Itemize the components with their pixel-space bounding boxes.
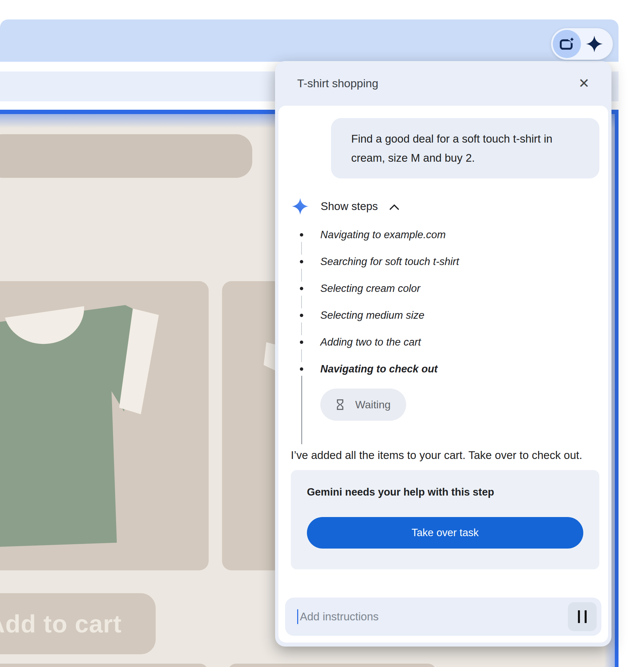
page-header-placeholder — [0, 134, 252, 178]
browser-tab-strip — [0, 19, 618, 62]
product-card-tshirt[interactable] — [0, 281, 209, 570]
screen: Add to cart T-shirt shopping ✕ Find a go… — [0, 0, 644, 667]
step-item: Selecting medium size — [291, 302, 599, 329]
show-steps-toggle[interactable]: Show steps — [291, 197, 599, 216]
step-list: Navigating to example.com Searching for … — [291, 222, 599, 383]
step-bullet — [300, 368, 303, 371]
frame-sparkle-icon — [558, 35, 576, 53]
open-panel-button[interactable] — [553, 30, 581, 58]
help-card: Gemini needs your help with this step Ta… — [291, 470, 599, 569]
take-over-task-button[interactable]: Take over task — [307, 517, 583, 549]
hourglass-icon — [334, 398, 346, 411]
step-item: Selecting cream color — [291, 275, 599, 302]
step-item: Adding two to the cart — [291, 329, 599, 356]
chevron-up-icon — [389, 204, 399, 214]
step-bullet — [300, 341, 303, 344]
step-bullet — [300, 314, 303, 317]
gemini-toolbar-pill — [551, 28, 613, 60]
step-bullet — [300, 233, 303, 237]
panel-title: T-shirt shopping — [297, 77, 378, 90]
tshirt-illustration — [0, 281, 209, 570]
next-row-card-placeholder — [228, 664, 436, 667]
step-connector-line — [301, 376, 302, 444]
user-message-bubble: Find a good deal for a soft touch t-shir… — [331, 118, 599, 179]
steps-section: Show steps Navigating to example.com Sea… — [291, 197, 599, 421]
panel-header: T-shirt shopping ✕ — [275, 61, 611, 106]
help-card-title: Gemini needs your help with this step — [307, 486, 583, 498]
user-message-text: Find a good deal for a soft touch t-shir… — [351, 129, 579, 167]
step-item: Navigating to example.com — [291, 222, 599, 248]
pause-task-button[interactable] — [568, 602, 597, 631]
step-bullet — [300, 260, 303, 263]
close-icon: ✕ — [578, 76, 590, 91]
assistant-message: I’ve added all the items to your cart. T… — [291, 445, 599, 465]
panel-body: Find a good deal for a soft touch t-shir… — [278, 106, 608, 642]
status-label: Waiting — [355, 398, 391, 411]
pause-icon — [578, 610, 587, 623]
step-item: Searching for soft touch t-shirt — [291, 248, 599, 275]
close-button[interactable]: ✕ — [571, 70, 597, 97]
step-item: Navigating to check out — [291, 356, 599, 383]
status-row: Waiting — [320, 389, 599, 421]
next-row-card-placeholder — [0, 664, 208, 667]
gemini-task-panel: T-shirt shopping ✕ Find a good deal for … — [275, 61, 611, 647]
instruction-composer — [285, 598, 601, 636]
show-steps-label: Show steps — [321, 200, 378, 213]
add-instructions-input[interactable] — [299, 610, 601, 623]
add-to-cart-label: Add to cart — [0, 609, 122, 638]
spark-icon — [585, 35, 604, 53]
text-caret — [297, 609, 298, 624]
gemini-spark-icon — [291, 197, 309, 215]
gemini-button[interactable] — [585, 35, 604, 53]
glow-border-right — [615, 110, 618, 667]
add-to-cart-button[interactable]: Add to cart — [0, 593, 155, 654]
step-bullet — [300, 287, 303, 290]
status-badge: Waiting — [320, 389, 406, 421]
